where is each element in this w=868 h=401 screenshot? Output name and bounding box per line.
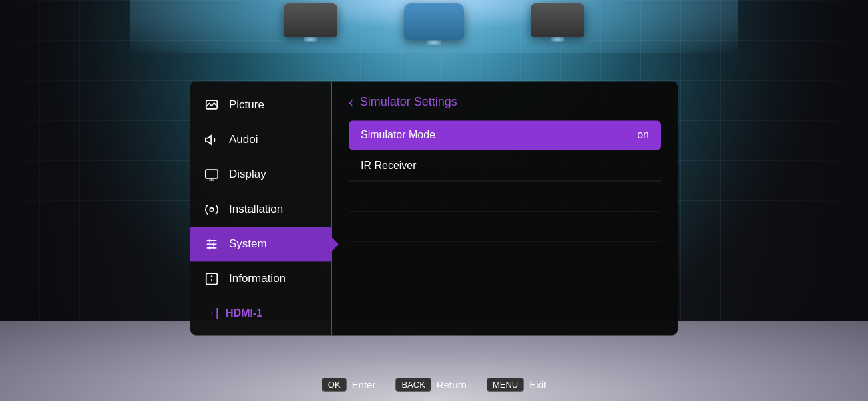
back-icon[interactable]: ‹ — [349, 94, 353, 110]
svg-rect-2 — [206, 170, 218, 178]
back-label: Return — [437, 379, 467, 390]
row-value-simulator-mode: on — [637, 129, 649, 141]
sidebar-label-display: Display — [229, 168, 266, 181]
menu-row-empty-2 — [349, 211, 661, 241]
hdmi-icon: →| — [204, 306, 219, 320]
sidebar-item-information[interactable]: Information — [190, 261, 331, 296]
display-icon — [204, 166, 220, 182]
hdmi-label: HDMI-1 — [226, 307, 262, 319]
projector-right — [531, 3, 584, 37]
menu-row-simulator-mode[interactable]: Simulator Mode on — [349, 120, 661, 150]
menu-button[interactable]: MENU Exit — [487, 378, 546, 392]
ok-badge: OK — [322, 378, 347, 392]
sidebar-label-information: Information — [229, 272, 286, 285]
back-badge: BACK — [395, 378, 431, 392]
content-panel: ‹ Simulator Settings Simulator Mode on I… — [331, 81, 678, 335]
sidebar-item-installation[interactable]: Installation — [190, 192, 331, 227]
menu-row-empty-1 — [349, 181, 661, 211]
bottom-bar: OK Enter BACK Return MENU Exit — [0, 368, 868, 401]
projectors-row — [0, 0, 868, 40]
sidebar-item-display[interactable]: Display — [190, 157, 331, 192]
sidebar-item-audio[interactable]: Audoi — [190, 122, 331, 157]
system-icon — [204, 236, 220, 252]
sidebar-label-audio: Audoi — [229, 133, 258, 146]
menu-badge: MENU — [487, 378, 524, 392]
projector-center — [404, 3, 464, 40]
menu-label: Exit — [529, 379, 546, 390]
menu-row-ir-receiver[interactable]: IR Receiver — [349, 151, 661, 181]
sidebar-label-installation: Installation — [229, 203, 283, 216]
ok-button[interactable]: OK Enter — [322, 378, 376, 392]
panel-title: Simulator Settings — [360, 95, 457, 109]
sidebar-label-system: System — [229, 237, 267, 251]
ok-label: Enter — [352, 379, 376, 390]
menu-row-empty-3 — [349, 241, 661, 271]
sidebar-item-picture[interactable]: Picture — [190, 88, 331, 122]
row-label-simulator-mode: Simulator Mode — [361, 129, 435, 141]
sidebar: Picture Audoi Display Installation Syste — [190, 81, 331, 335]
menu-overlay: Picture Audoi Display Installation Syste — [190, 81, 678, 335]
installation-icon — [204, 201, 220, 217]
panel-header: ‹ Simulator Settings — [349, 94, 661, 110]
sidebar-label-picture: Picture — [229, 98, 264, 112]
projector-left — [284, 3, 337, 37]
picture-icon — [204, 97, 220, 113]
sidebar-footer: →| HDMI-1 — [190, 298, 331, 328]
svg-point-5 — [210, 208, 214, 212]
info-icon — [204, 271, 220, 287]
sidebar-item-system[interactable]: System — [190, 227, 331, 261]
audio-icon — [204, 132, 220, 148]
row-label-ir-receiver: IR Receiver — [361, 160, 417, 172]
back-button[interactable]: BACK Return — [395, 378, 466, 392]
svg-marker-1 — [206, 136, 211, 144]
